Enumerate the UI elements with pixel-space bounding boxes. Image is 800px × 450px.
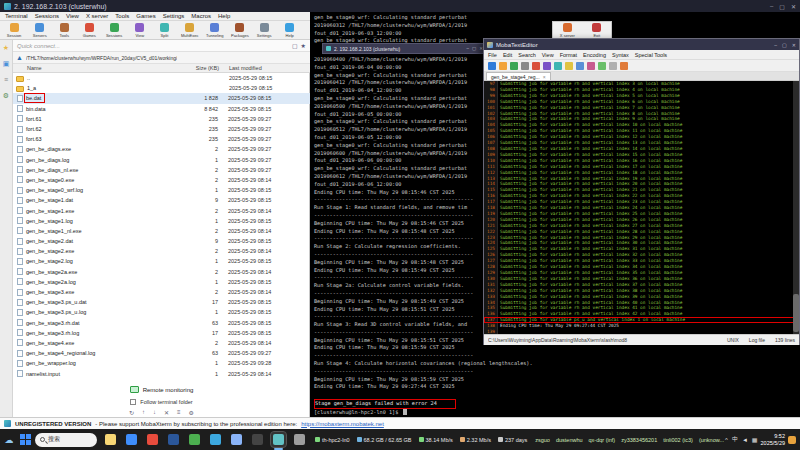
file-row[interactable]: gen_be_stage0_wrf.log 1 2025-05-29 08:15: [13, 185, 310, 195]
file-row[interactable]: gen_be_stage2.dat 9 2025-05-29 08:15: [13, 236, 310, 246]
edge-icon[interactable]: [124, 432, 139, 447]
file-row[interactable]: gen_be_diags.log 1 2025-05-29 09:27: [13, 155, 310, 165]
settings-icon[interactable]: [292, 432, 307, 447]
close-icon[interactable]: ✕: [792, 42, 796, 48]
weather-icon[interactable]: ☁: [2, 435, 16, 445]
tools-tab-icon[interactable]: ▣: [3, 60, 10, 68]
paste-icon[interactable]: [576, 62, 584, 70]
column-modified[interactable]: Last modified: [223, 65, 310, 71]
file-row[interactable]: gen_be_stage1.log 1 2025-05-29 08:15: [13, 216, 310, 226]
encoding-indicator[interactable]: UNIX: [727, 337, 739, 343]
file-row[interactable]: bin.data 8 842 2025-05-29 08:15: [13, 104, 310, 114]
refresh-icon[interactable]: ↻: [129, 409, 134, 416]
maximize-icon[interactable]: ▢: [782, 42, 787, 48]
file-row[interactable]: gen_be_stage3.ps_u.dat 17 2025-05-29 08:…: [13, 297, 310, 307]
registration-link[interactable]: https://mobaxterm.mobatek.net: [301, 421, 384, 427]
toolbar-button[interactable]: Session: [2, 23, 27, 38]
notepad-icon[interactable]: [229, 432, 244, 447]
print-icon[interactable]: [521, 62, 529, 70]
network-icon[interactable]: ▦: [752, 436, 758, 443]
file-row[interactable]: gen_be_stage1.exe 2 2025-05-29 08:14: [13, 205, 310, 215]
column-size[interactable]: Size (KB): [161, 65, 223, 71]
editor-menu-item[interactable]: View: [542, 52, 554, 58]
volume-icon[interactable]: ◄: [742, 437, 748, 443]
sessions-tab-icon[interactable]: ★: [3, 44, 9, 52]
remote-monitoring-button[interactable]: Remote monitoring: [13, 383, 310, 396]
list-view-icon[interactable]: ≡: [177, 409, 181, 415]
new-file-icon[interactable]: [488, 62, 496, 70]
toolbar-button[interactable]: Sessions: [102, 23, 127, 38]
toolbar-button[interactable]: Settings: [252, 23, 277, 38]
delete-icon[interactable]: ✕: [164, 409, 169, 416]
toolbar-button[interactable]: View: [127, 23, 152, 38]
sftp-tab-icon[interactable]: ⚙: [3, 92, 9, 100]
file-row[interactable]: fort.63 235 2025-05-29 09:27: [13, 134, 310, 144]
editor-tab[interactable]: gen_be_stage4_reg... ×: [486, 72, 551, 80]
editor-titlebar[interactable]: MobaTextEditor – ▢ ✕: [484, 39, 799, 50]
menu-item[interactable]: X server: [86, 13, 108, 19]
file-row[interactable]: gen_be_stage2.log 1 2025-05-29 08:15: [13, 256, 310, 266]
file-row[interactable]: gen_be_stage1_nl.exe 2 2025-05-29 08:14: [13, 226, 310, 236]
file-row[interactable]: gen_be_wrapper.log 1 2025-05-29 09:28: [13, 358, 310, 368]
search-icon[interactable]: [587, 62, 595, 70]
download-icon[interactable]: ↓: [153, 409, 156, 415]
undo-icon[interactable]: [532, 62, 540, 70]
ime-indicator[interactable]: 中: [732, 435, 738, 444]
toolbar-button[interactable]: Packages: [227, 23, 252, 38]
scrollbar-thumb[interactable]: [793, 294, 799, 332]
editor-menu-item[interactable]: Format: [560, 52, 577, 58]
file-row[interactable]: gen_be_diags_nl.exe 2 2025-05-29 09:27: [13, 165, 310, 175]
toolbar-button[interactable]: Servers: [27, 23, 52, 38]
file-row[interactable]: be.dat 1 828 2025-05-29 08:15: [13, 93, 310, 103]
exit-button[interactable]: Exit: [583, 23, 611, 38]
file-row[interactable]: gen_be_stage2.exe 2 2025-05-29 08:14: [13, 246, 310, 256]
file-row[interactable]: gen_be_diags.exe 2 2025-05-29 09:27: [13, 144, 310, 154]
menu-item[interactable]: Sessions: [35, 13, 59, 19]
file-row[interactable]: gen_be_stage3.rh.dat 63 2025-05-29 08:15: [13, 318, 310, 328]
file-row[interactable]: namelist.input 1 2025-05-29 08:14: [13, 368, 310, 378]
file-row[interactable]: fort.61 235 2025-05-29 09:27: [13, 114, 310, 124]
close-icon[interactable]: ✕: [791, 3, 796, 10]
editor-menu-item[interactable]: File: [488, 52, 497, 58]
minimize-icon[interactable]: –: [770, 3, 773, 10]
follow-terminal-folder-checkbox[interactable]: Follow terminal folder: [13, 397, 310, 407]
menu-item[interactable]: Games: [136, 13, 155, 19]
editor-content[interactable]: 97 Submitting job for variable rh and ve…: [484, 81, 799, 334]
start-button[interactable]: [20, 434, 31, 445]
save-icon[interactable]: [510, 62, 518, 70]
word-icon[interactable]: [166, 432, 181, 447]
terminal-window-titlebar[interactable]: 2. 192.168.2.103 (clusterwhu) – ▢ ✕: [322, 43, 487, 54]
filetype-indicator[interactable]: Log file: [749, 337, 765, 343]
chrome-icon[interactable]: [145, 432, 160, 447]
menu-item[interactable]: Help: [218, 13, 230, 19]
settings-icon[interactable]: ⚙: [189, 409, 194, 416]
minimize-icon[interactable]: –: [466, 46, 469, 51]
menu-item[interactable]: Terminal: [5, 13, 28, 19]
editor-menu-item[interactable]: Edit: [503, 52, 512, 58]
file-row[interactable]: gen_be_stage4_regional.log 63 2025-05-29…: [13, 348, 310, 358]
toolbar-button[interactable]: Tools: [52, 23, 77, 38]
vscode-icon[interactable]: [208, 432, 223, 447]
toolbar-button[interactable]: Games: [77, 23, 102, 38]
toolbar-button[interactable]: Split: [152, 23, 177, 38]
file-row[interactable]: 1_a 2025-05-29 08:15: [13, 83, 310, 93]
toolbar-button[interactable]: MultiExec: [177, 23, 202, 38]
file-row[interactable]: fort.62 235 2025-05-29 09:27: [13, 124, 310, 134]
menu-item[interactable]: Settings: [163, 13, 185, 19]
wechat-icon[interactable]: [187, 432, 202, 447]
file-row[interactable]: .. 2025-05-29 08:15: [13, 73, 310, 83]
file-row[interactable]: gen_be_stage1.dat 9 2025-05-29 08:15: [13, 195, 310, 205]
notification-icon[interactable]: [788, 436, 796, 444]
menu-item[interactable]: Tools: [115, 13, 129, 19]
minimize-icon[interactable]: –: [774, 42, 777, 48]
toolbar-button[interactable]: Tunneling: [202, 23, 227, 38]
terminal-icon[interactable]: [250, 432, 265, 447]
taskbar-clock[interactable]: 9:52 2025/5/29: [761, 433, 785, 447]
tray-chevron-icon[interactable]: ^: [725, 437, 728, 443]
menu-item[interactable]: View: [66, 13, 79, 19]
maximize-icon[interactable]: ▢: [472, 46, 476, 51]
copy-icon[interactable]: [565, 62, 573, 70]
open-file-icon[interactable]: [499, 62, 507, 70]
menu-item[interactable]: Macros: [191, 13, 211, 19]
column-name[interactable]: Name: [13, 65, 161, 71]
